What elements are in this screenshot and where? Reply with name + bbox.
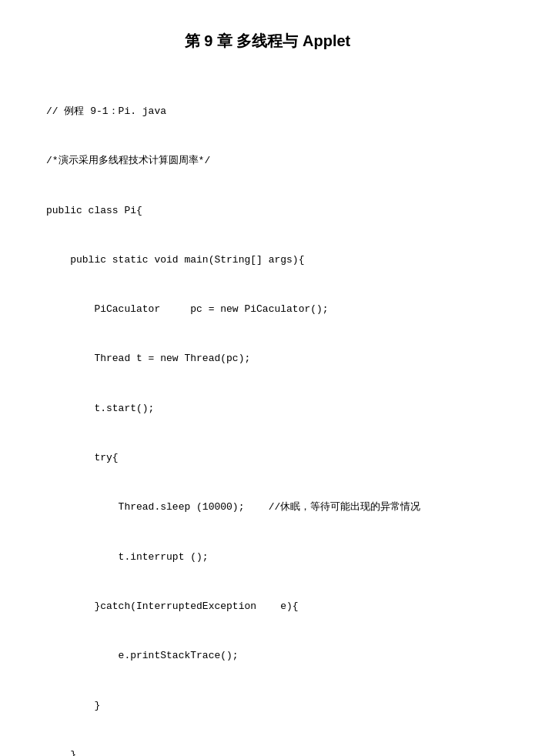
code-line-12: e.printStackTrace(); <box>46 647 489 664</box>
code-line-5: PiCaculator pc = new PiCaculator(); <box>46 301 489 317</box>
code-line-13: } <box>46 697 489 714</box>
code-line-6: Thread t = new Thread(pc); <box>46 350 489 366</box>
code-line-10: t.interrupt (); <box>46 549 489 565</box>
code-line-9: Thread.sleep (10000); //休眠，等待可能出现的异常情况 <box>46 499 489 515</box>
code-line-2: /*演示采用多线程技术计算圆周率*/ <box>46 152 489 169</box>
code-line-4: public static void main(String[] args){ <box>46 252 489 268</box>
code-line-11: }catch(InterruptedException e){ <box>46 598 489 614</box>
code-line-3: public class Pi{ <box>46 202 489 219</box>
page-title: 第 9 章 多线程与 Applet <box>46 31 489 52</box>
code-line-14: } <box>46 747 489 756</box>
code-block: // 例程 9-1：Pi. java /*演示采用多线程技术计算圆周率*/ pu… <box>46 70 489 756</box>
code-line-7: t.start(); <box>46 400 489 416</box>
code-line-8: try{ <box>46 450 489 466</box>
code-line-1: // 例程 9-1：Pi. java <box>46 103 489 119</box>
